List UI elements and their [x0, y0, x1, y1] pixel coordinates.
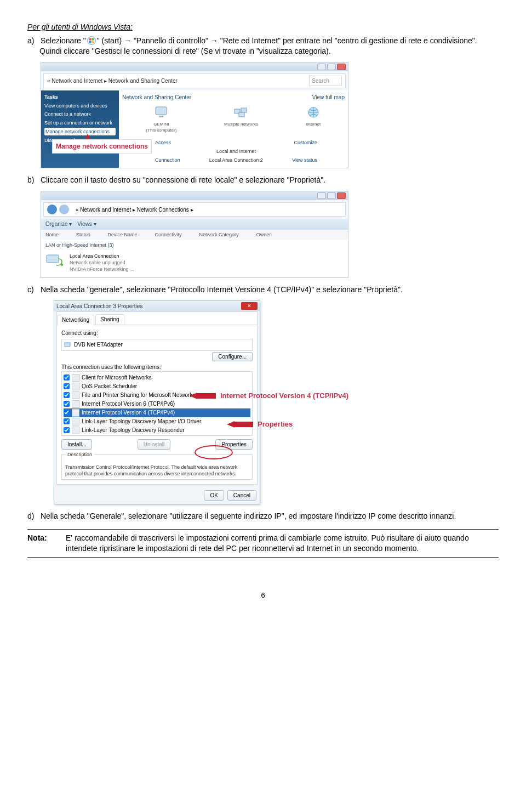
step-b-text: Cliccare con il tasto destro su "conness… — [41, 175, 325, 184]
page-number: 6 — [27, 590, 499, 600]
callout-ipv4: Internet Protocol Version 4 (TCP/IPv4) — [190, 391, 348, 401]
adapter-icon — [64, 342, 71, 348]
svg-rect-11 — [47, 255, 59, 263]
svg-rect-13 — [65, 343, 70, 347]
screenshot-network-connections: « Network and Internet ▸ Network Connect… — [41, 191, 348, 277]
adapter-field: DVB Net ETAdapter — [61, 339, 253, 351]
item-name: Local Area Connection — [70, 253, 134, 259]
ss1-titlebar — [41, 63, 348, 71]
back-icon[interactable] — [47, 205, 57, 214]
ss2-toolbar: Organize ▾ Views ▾ — [41, 219, 348, 230]
close-icon[interactable] — [337, 192, 346, 199]
connect-using-label: Connect using: — [61, 330, 253, 337]
windows-start-icon — [87, 36, 96, 45]
list-label: This connection uses the following items… — [61, 364, 253, 371]
step-a: a) Selezionare "" (start) → "Pannello di… — [39, 36, 499, 56]
svg-rect-1 — [89, 38, 91, 40]
ss3-titlebar: Local Area Connection 3 Properties ✕ — [54, 300, 260, 311]
minimize-icon[interactable] — [317, 192, 326, 199]
sidebar-item[interactable]: View computers and devices — [44, 103, 116, 109]
svg-rect-9 — [239, 112, 244, 117]
sidebar-item-manage-connections[interactable]: Manage network connections — [44, 128, 116, 135]
list-item: QoS Packet Scheduler — [64, 382, 250, 391]
components-listbox[interactable]: Client for Microsoft Networks QoS Packet… — [61, 371, 253, 436]
ss2-breadcrumb: « Network and Internet ▸ Network Connect… — [43, 202, 346, 217]
ss1-view-full-map[interactable]: View full map — [312, 94, 345, 101]
svg-point-0 — [87, 36, 95, 44]
svg-rect-4 — [92, 41, 94, 43]
close-icon[interactable] — [337, 64, 346, 70]
section-title: Per gli utenti di Windows Vista: — [27, 22, 499, 32]
tab-networking[interactable]: Networking — [57, 315, 94, 325]
svg-rect-3 — [89, 41, 91, 43]
views-button[interactable]: Views ▾ — [77, 220, 96, 228]
maximize-icon[interactable] — [327, 192, 336, 199]
step-d-text: Nella scheda "Generale", selezionare "ut… — [41, 512, 456, 520]
screenshot-network-sharing-center: « Network and Internet ▸ Network and Sha… — [41, 62, 348, 169]
ss1-tasks-header: Tasks — [44, 94, 116, 100]
list-item: Link-Layer Topology Discovery Mapper I/O… — [64, 417, 250, 426]
ss2-columns: NameStatusDevice Name ConnectivityNetwor… — [41, 230, 348, 240]
device-multiple-networks: Multiple networks — [224, 106, 258, 134]
svg-rect-6 — [159, 116, 163, 117]
configure-button[interactable]: Configure... — [212, 352, 253, 361]
ss1-main: Network and Sharing Center View full map… — [119, 90, 348, 168]
step-d: d) Nella scheda "Generale", selezionare … — [39, 511, 499, 521]
ss1-sidebar: Tasks View computers and devices Connect… — [41, 90, 119, 168]
organize-button[interactable]: Organize ▾ — [45, 220, 72, 228]
description-box: Description Transmission Control Protoco… — [61, 454, 253, 479]
ok-button[interactable]: OK — [204, 490, 224, 501]
network-adapter-icon — [45, 253, 65, 268]
svg-rect-2 — [92, 38, 94, 40]
step-b: b) Cliccare con il tasto destro su "conn… — [39, 175, 499, 185]
item-status: Network cable unplugged — [70, 259, 134, 266]
svg-rect-8 — [241, 108, 247, 112]
step-d-label: d) — [27, 511, 38, 521]
note-block: Nota: E' raccomandabile di trascriversi … — [27, 529, 499, 558]
svg-point-12 — [61, 264, 63, 266]
callout-manage-network-connections: Manage network connections — [52, 139, 152, 154]
ss1-breadcrumb: « Network and Internet ▸ Network and Sha… — [43, 73, 346, 89]
step-a-text-2: " (start) → "Pannello di controllo" → "R… — [39, 36, 477, 55]
item-device: NVIDIA nForce Networking ... — [70, 266, 134, 272]
step-a-text-1: Selezionare " — [41, 36, 86, 45]
step-c: c) Nella scheda "generale", selezionare … — [39, 285, 499, 295]
screenshot-connection-properties: Local Area Connection 3 Properties ✕ Net… — [54, 300, 260, 504]
minimize-icon[interactable] — [317, 64, 326, 70]
ss1-main-header: Network and Sharing Center — [122, 94, 191, 101]
uninstall-button: Uninstall — [138, 439, 170, 450]
note-label: Nota: — [27, 533, 66, 554]
properties-button[interactable]: Properties — [215, 439, 253, 450]
list-item-tcpipv4[interactable]: Internet Protocol Version 4 (TCP/IPv4) — [64, 408, 250, 417]
close-icon[interactable]: ✕ — [241, 302, 258, 310]
ss1-path: « Network and Internet ▸ Network and Sha… — [47, 77, 178, 85]
list-item: Client for Microsoft Networks — [64, 373, 250, 382]
svg-rect-5 — [156, 107, 167, 115]
note-body: E' raccomandabile di trascriversi le imp… — [66, 533, 499, 554]
ss1-search-input[interactable]: Search — [309, 76, 342, 87]
device-internet: Internet — [306, 106, 321, 134]
forward-icon[interactable] — [59, 205, 69, 214]
sidebar-item[interactable]: Connect to a network — [44, 111, 116, 117]
step-c-text: Nella scheda "generale", selezionare "Pr… — [41, 285, 403, 294]
list-item: Internet Protocol Version 6 (TCP/IPv6) — [64, 400, 250, 408]
step-c-label: c) — [27, 285, 38, 295]
list-item: Link-Layer Topology Discovery Responder — [64, 426, 250, 435]
install-button[interactable]: Install... — [61, 439, 92, 450]
ss2-path: « Network and Internet ▸ Network Connect… — [76, 206, 193, 214]
connection-item-local-area[interactable]: Local Area Connection Network cable unpl… — [41, 251, 348, 277]
tab-sharing[interactable]: Sharing — [95, 314, 124, 325]
callout-properties: Properties — [227, 419, 293, 429]
ss2-group-header: LAN or High-Speed Internet (3) — [41, 240, 348, 251]
cancel-button[interactable]: Cancel — [227, 490, 256, 501]
step-b-label: b) — [27, 175, 38, 185]
sidebar-item[interactable]: Set up a connection or network — [44, 120, 116, 126]
maximize-icon[interactable] — [327, 64, 336, 70]
ss3-title: Local Area Connection 3 Properties — [56, 303, 142, 310]
device-this-computer: GEMINI(This computer) — [146, 106, 176, 134]
ss2-titlebar — [41, 191, 348, 200]
step-a-label: a) — [27, 36, 38, 46]
